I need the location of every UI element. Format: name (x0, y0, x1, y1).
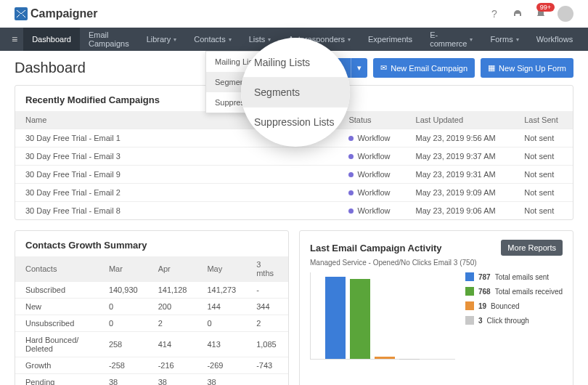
nav-item-e-commerce[interactable]: E-commerce▾ (421, 28, 481, 51)
table-row: Hard Bounced/ Deleted2584144131,085 (15, 332, 288, 357)
growth-panel: Contacts Growth Summary Contacts Mar Apr… (15, 230, 289, 385)
headset-icon[interactable] (511, 7, 524, 20)
avatar[interactable] (558, 6, 573, 22)
logo[interactable]: Campaigner (15, 7, 97, 20)
nav-item-experiments[interactable]: Experiments (359, 28, 421, 51)
table-row: Subscribed140,930141,128141,273- (15, 282, 288, 299)
legend-item: 768 Total emails received (465, 287, 563, 296)
brand-name: Campaigner (30, 7, 97, 20)
nav-item-email-campaigns[interactable]: Email Campaigns (80, 28, 138, 51)
nav-item-reports[interactable]: Reports▾ (581, 28, 588, 51)
activity-subtitle: Managed Service - Opened/No Clicks Email… (300, 259, 573, 272)
chart-bar (325, 277, 346, 359)
nav-item-forms[interactable]: Forms▾ (481, 28, 527, 51)
help-icon[interactable]: ? (488, 7, 501, 20)
header-icons: ? 99+ (488, 6, 573, 22)
add-contacts-caret[interactable]: ▾ (351, 58, 367, 78)
nav-item-library[interactable]: Library▾ (138, 28, 186, 51)
zoom-item[interactable]: Segments (241, 77, 350, 107)
bottom-row: Contacts Growth Summary Contacts Mar Apr… (15, 230, 573, 385)
new-form-button[interactable]: ▦New Sign Up Form (481, 58, 573, 78)
activity-legend: 787 Total emails sent768 Total emails re… (465, 272, 563, 360)
notif-badge: 99+ (536, 3, 555, 12)
table-row[interactable]: 30 Day Free Trial - Email 2WorkflowMay 2… (15, 184, 573, 202)
chart-bar (350, 279, 370, 359)
col-status: Status (338, 111, 405, 129)
table-row: Growth-258-216-269-743 (15, 357, 288, 374)
activity-title: Last Email Campaign Activity (310, 243, 442, 254)
legend-item: 3 Click through (465, 316, 563, 325)
page-title: Dashboard (15, 60, 86, 76)
notifications-icon[interactable]: 99+ (534, 7, 547, 20)
table-row[interactable]: 30 Day Free Trial - Email 8WorkflowMay 2… (15, 202, 573, 220)
table-row[interactable]: 30 Day Free Trial - Email 9WorkflowMay 2… (15, 166, 573, 184)
growth-table: Contacts Mar Apr May 3 mths Subscribed14… (15, 256, 288, 385)
nav-item-workflows[interactable]: Workflows (528, 28, 582, 51)
hamburger-icon[interactable]: ≡ (6, 33, 23, 45)
logo-icon (15, 7, 28, 20)
header: Campaigner ? 99+ (0, 0, 588, 28)
new-campaign-button[interactable]: ✉New Email Campaign (373, 58, 475, 78)
activity-chart (310, 272, 455, 360)
col-sent: Last Sent (514, 111, 573, 129)
chart-bar (375, 357, 395, 359)
table-row: Unsubscribed0202 (15, 315, 288, 332)
nav-item-contacts[interactable]: Contacts▾ (185, 28, 240, 51)
nav-item-dashboard[interactable]: Dashboard (23, 28, 80, 51)
col-updated: Last Updated (406, 111, 515, 129)
growth-title: Contacts Growth Summary (15, 231, 288, 256)
legend-item: 787 Total emails sent (465, 272, 563, 281)
zoom-lens: Mailing Lists Segments Suppression Lists (241, 38, 350, 147)
legend-item: 19 Bounced (465, 301, 563, 310)
more-reports-button[interactable]: More Reports (501, 240, 563, 256)
table-row: Pending383838 (15, 374, 288, 386)
table-row[interactable]: 30 Day Free Trial - Email 3WorkflowMay 2… (15, 147, 573, 166)
table-row: New0200144344 (15, 299, 288, 315)
activity-panel: Last Email Campaign Activity More Report… (299, 230, 573, 385)
